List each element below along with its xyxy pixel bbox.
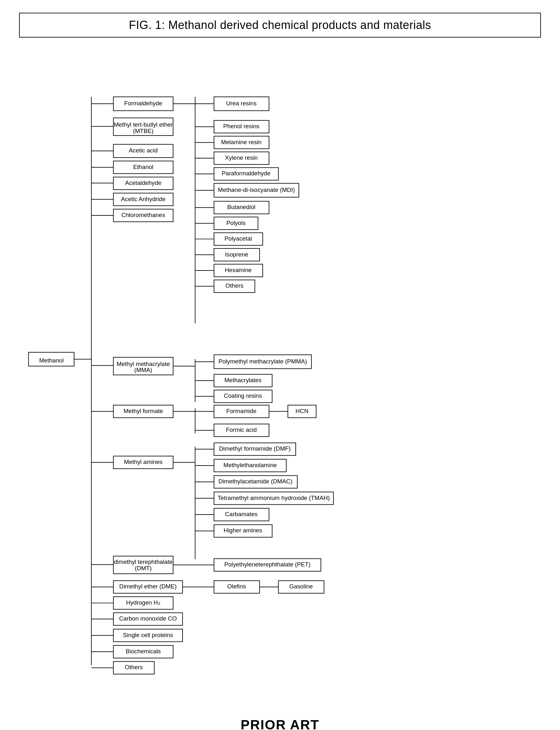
svg-text:Methyl tert-butlyl ether: Methyl tert-butlyl ether bbox=[114, 121, 173, 128]
svg-text:Polymethyl methacrylate (PMMA): Polymethyl methacrylate (PMMA) bbox=[218, 358, 307, 365]
page-title-box: FIG. 1: Methanol derived chemical produc… bbox=[19, 13, 541, 38]
svg-text:Others: Others bbox=[225, 282, 243, 289]
svg-text:Formic acid: Formic acid bbox=[226, 427, 257, 433]
svg-text:Methyl methacrylate: Methyl methacrylate bbox=[117, 360, 170, 367]
svg-text:Hydrogen H₂: Hydrogen H₂ bbox=[126, 599, 160, 606]
svg-text:Butanediol: Butanediol bbox=[227, 204, 256, 210]
svg-text:Isoprene: Isoprene bbox=[225, 251, 248, 258]
svg-text:Methanol: Methanol bbox=[39, 357, 64, 364]
svg-text:Coating resins: Coating resins bbox=[224, 393, 262, 399]
svg-text:(MTBE): (MTBE) bbox=[133, 128, 154, 134]
svg-text:Polyacetal: Polyacetal bbox=[225, 235, 252, 242]
svg-text:Acetic acid: Acetic acid bbox=[129, 147, 158, 154]
svg-text:Polyols: Polyols bbox=[226, 219, 246, 226]
svg-text:Methyl formate: Methyl formate bbox=[123, 408, 163, 414]
svg-text:Carbon monoxide CO: Carbon monoxide CO bbox=[119, 615, 177, 622]
svg-text:Dimethylacetamide (DMAC): Dimethylacetamide (DMAC) bbox=[218, 478, 293, 485]
svg-text:Higher amines: Higher amines bbox=[224, 527, 262, 534]
svg-text:Dimethyl formamide (DMF): Dimethyl formamide (DMF) bbox=[219, 445, 291, 452]
svg-text:Methane-di-isocyanate (MDI): Methane-di-isocyanate (MDI) bbox=[218, 186, 295, 193]
svg-text:Single cell proteins: Single cell proteins bbox=[123, 632, 173, 638]
svg-text:Gasoline: Gasoline bbox=[289, 583, 313, 590]
svg-text:HCN: HCN bbox=[295, 408, 308, 414]
svg-text:Methylethanolamine: Methylethanolamine bbox=[224, 462, 277, 469]
svg-text:Olefins: Olefins bbox=[227, 583, 246, 590]
svg-text:Paraformaldehyde: Paraformaldehyde bbox=[222, 170, 270, 177]
svg-text:Biochemicals: Biochemicals bbox=[126, 648, 161, 655]
svg-text:Acetic Anhydride: Acetic Anhydride bbox=[121, 196, 166, 202]
svg-text:Formamide: Formamide bbox=[226, 408, 256, 414]
svg-text:Others: Others bbox=[125, 664, 143, 671]
svg-text:Formaldehyde: Formaldehyde bbox=[124, 100, 162, 107]
svg-text:Chloromethanes: Chloromethanes bbox=[121, 212, 165, 218]
svg-text:dimethyl terephthalate: dimethyl terephthalate bbox=[114, 559, 173, 565]
svg-text:(MMA): (MMA) bbox=[134, 367, 152, 373]
svg-text:Xylene resin: Xylene resin bbox=[225, 154, 258, 161]
svg-text:Acetaldehyde: Acetaldehyde bbox=[125, 179, 162, 186]
diagram-svg: Methanol Formaldehyde Methyl tert-butlyl… bbox=[19, 50, 541, 705]
prior-art-label: PRIOR ART bbox=[241, 717, 319, 730]
svg-text:Polyethyleneterephthalate (PET: Polyethyleneterephthalate (PET) bbox=[224, 561, 310, 568]
svg-text:Methyl amines: Methyl amines bbox=[124, 459, 162, 465]
svg-text:Ethanol: Ethanol bbox=[133, 163, 154, 170]
svg-text:Carbamates: Carbamates bbox=[225, 511, 258, 518]
svg-text:Melamine resin: Melamine resin bbox=[221, 139, 261, 145]
svg-text:Phenol resins: Phenol resins bbox=[223, 123, 259, 129]
page-title: FIG. 1: Methanol derived chemical produc… bbox=[129, 18, 431, 31]
svg-text:Urea resins: Urea resins bbox=[226, 100, 257, 107]
svg-text:Tetramethyl ammonium hydroxide: Tetramethyl ammonium hydroxide (TMAH) bbox=[218, 495, 329, 501]
svg-text:Methacrylates: Methacrylates bbox=[224, 377, 261, 384]
svg-text:Hexamine: Hexamine bbox=[225, 267, 252, 273]
svg-text:(DMT): (DMT) bbox=[135, 565, 152, 572]
svg-text:Dimethyl ether (DME): Dimethyl ether (DME) bbox=[119, 583, 176, 590]
